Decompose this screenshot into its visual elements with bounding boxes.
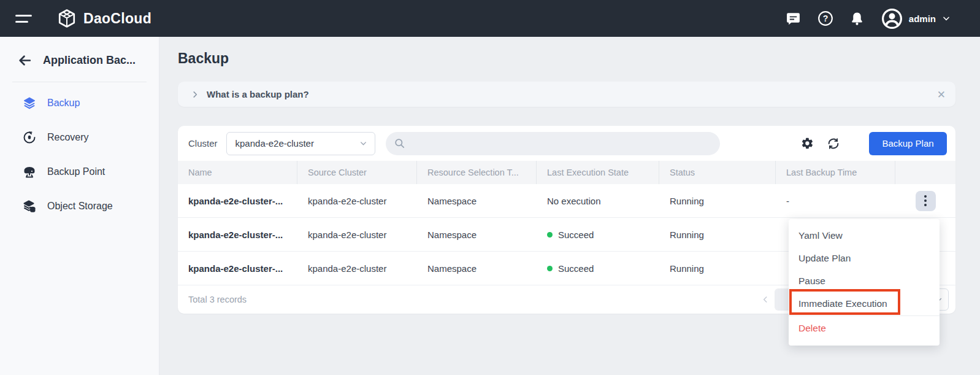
cell-status: Running [659,252,776,285]
search-box[interactable] [386,132,720,155]
backup-plan-button[interactable]: Backup Plan [869,132,947,155]
sidebar-item-backup[interactable]: Backup [0,86,159,120]
cluster-label: Cluster [188,138,218,149]
daocloud-logo-icon [56,8,77,29]
info-banner[interactable]: What is a backup plan? ✕ [178,82,955,107]
backup-layers-icon [22,96,37,110]
table-header: Name Source Cluster Resource Selection T… [178,161,955,184]
cell-actions [895,184,955,217]
close-icon[interactable]: ✕ [937,89,946,99]
menu-item-yaml-view[interactable]: Yaml View [789,224,940,247]
toolbar: Cluster kpanda-e2e-cluster Backup Plan [178,126,955,161]
username: admin [909,14,936,24]
column-header-last-backup-time[interactable]: Last Backup Time [776,161,895,184]
status-dot [547,266,553,271]
cell-resource-selection: Namespace [417,218,537,251]
chevron-right-icon [191,90,199,99]
table-row[interactable]: kpanda-e2e-cluster-... kpanda-e2e-cluste… [178,184,955,218]
sidebar-back[interactable]: Application Bac... [0,37,159,80]
cell-status: Running [659,218,776,251]
sidebar-item-object-storage[interactable]: Object Storage [0,189,159,223]
cell-last-backup-time: - [776,184,895,217]
cell-source-cluster: kpanda-e2e-cluster [297,184,417,217]
menu-item-immediate-execution[interactable]: Immediate Execution [789,292,940,315]
menu-divider [789,315,940,316]
status-dot [547,232,553,238]
main-content: Backup What is a backup plan? ✕ Cluster … [159,37,980,375]
cluster-select-value: kpanda-e2e-cluster [235,138,359,149]
banner-text: What is a backup plan? [207,89,309,99]
sidebar-item-label: Backup Point [47,166,105,177]
row-action-menu: Yaml View Update Plan Pause Immediate Ex… [789,219,940,346]
sidebar-item-label: Object Storage [47,201,113,212]
chevron-down-icon [359,139,367,147]
chevron-down-icon [942,14,951,23]
cell-name[interactable]: kpanda-e2e-cluster-... [178,218,297,251]
arrow-left-icon [17,53,33,68]
sidebar-title: Application Bac... [43,54,136,67]
cell-name[interactable]: kpanda-e2e-cluster-... [178,184,297,217]
menu-item-delete[interactable]: Delete [789,317,940,339]
avatar [881,8,903,29]
cell-name[interactable]: kpanda-e2e-cluster-... [178,252,297,285]
cell-status: Running [659,184,776,217]
column-header-last-execution-state[interactable]: Last Execution State [537,161,659,184]
sidebar-item-label: Backup [47,98,80,109]
topbar: DaoCloud ? admin [0,0,980,37]
user-menu[interactable]: admin [881,8,951,29]
gear-icon[interactable] [800,136,814,151]
cell-last-execution-state: No execution [537,184,659,217]
sidebar-divider [12,82,147,82]
sidebar-item-backup-point[interactable]: Backup Point [0,155,159,189]
kebab-menu-button[interactable] [916,191,936,211]
cell-last-execution-state: Succeed [537,218,659,251]
brand: DaoCloud [56,8,151,29]
backup-point-icon [22,164,37,179]
column-header-resource-selection[interactable]: Resource Selection T... [417,161,537,184]
page-title: Backup [178,50,229,67]
cell-resource-selection: Namespace [417,252,537,285]
bell-icon[interactable] [849,10,865,26]
recovery-icon [22,130,37,145]
brand-name: DaoCloud [83,10,151,27]
menu-item-update-plan[interactable]: Update Plan [789,247,940,269]
chat-icon[interactable] [786,10,802,26]
column-header-name[interactable]: Name [178,161,297,184]
column-header-status[interactable]: Status [659,161,776,184]
search-icon [394,137,405,149]
cell-resource-selection: Namespace [417,184,537,217]
menu-icon[interactable] [15,15,32,23]
cell-last-execution-state: Succeed [537,252,659,285]
refresh-icon[interactable] [826,136,841,151]
prev-page-icon[interactable] [761,295,770,304]
cell-source-cluster: kpanda-e2e-cluster [297,252,417,285]
menu-item-pause[interactable]: Pause [789,269,940,292]
svg-text:?: ? [823,14,829,23]
cluster-select[interactable]: kpanda-e2e-cluster [226,132,375,155]
column-header-actions [895,161,955,184]
sidebar-item-recovery[interactable]: Recovery [0,120,159,155]
cell-source-cluster: kpanda-e2e-cluster [297,218,417,251]
sidebar: Application Bac... Backup Recovery Backu… [0,37,159,375]
help-icon[interactable]: ? [817,10,833,26]
search-input[interactable] [410,132,720,155]
column-header-source-cluster[interactable]: Source Cluster [297,161,417,184]
sidebar-item-label: Recovery [47,132,89,143]
total-records: Total 3 records [188,295,247,304]
object-storage-icon [22,199,37,214]
